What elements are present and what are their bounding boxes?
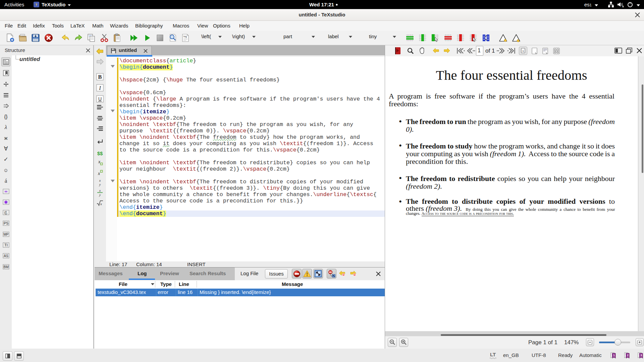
svg-text:x: x — [100, 202, 102, 206]
svg-text:x: x — [99, 179, 101, 182]
svg-text:x: x — [98, 171, 100, 176]
svg-text:x: x — [99, 189, 101, 192]
svg-text:3: 3 — [640, 354, 642, 357]
svg-text:T: T — [36, 3, 38, 6]
svg-text:1: 1 — [613, 354, 615, 357]
svg-text:✱: ✱ — [4, 199, 8, 204]
svg-text:U: U — [98, 96, 102, 102]
svg-text:AS: AS — [4, 254, 8, 258]
svg-text:1: 1 — [522, 49, 524, 53]
svg-text:y: y — [99, 193, 101, 197]
svg-text:2: 2 — [627, 354, 629, 357]
svg-text:BM: BM — [3, 265, 8, 269]
svg-text:y: y — [99, 183, 101, 186]
svg-text:B: B — [98, 74, 102, 80]
svg-text:TI: TI — [4, 243, 8, 247]
svg-text:log: log — [183, 35, 187, 38]
svg-text:$$: $$ — [97, 150, 103, 156]
svg-text:∞: ∞ — [4, 189, 7, 194]
svg-text:PS: PS — [3, 221, 8, 225]
svg-text:([.: ([. — [4, 210, 8, 215]
svg-text:MP: MP — [3, 233, 8, 236]
svg-text:x: x — [622, 5, 624, 8]
